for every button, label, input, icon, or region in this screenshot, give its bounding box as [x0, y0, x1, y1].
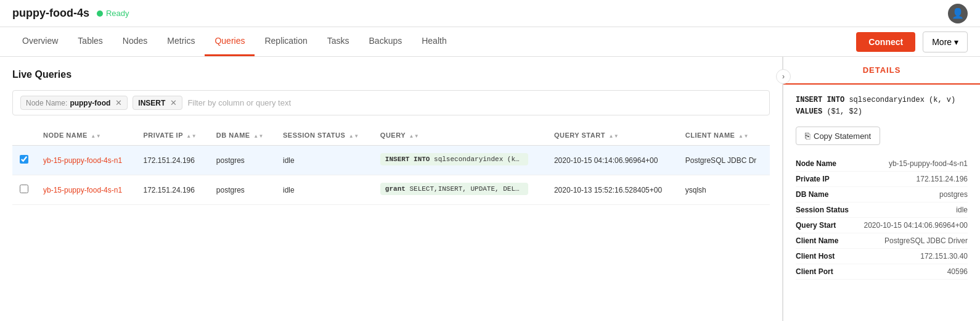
nav-bar: Overview Tables Nodes Metrics Queries Re…	[0, 27, 980, 57]
connect-button[interactable]: Connect	[856, 32, 915, 52]
detail-value: 40596	[864, 264, 968, 280]
detail-value: 172.151.24.196	[864, 172, 968, 187]
copy-icon: ⎘	[805, 131, 810, 141]
row-private-ip: 172.151.24.196	[136, 175, 209, 205]
col-db-name: DB NAME ▲▼	[209, 125, 276, 146]
detail-key: Query Start	[796, 218, 864, 233]
nav-items: Overview Tables Nodes Metrics Queries Re…	[12, 27, 856, 56]
col-query-start: QUERY START ▲▼	[547, 125, 678, 146]
nav-right: Connect More ▾	[856, 31, 968, 52]
detail-row: Client Name PostgreSQL JDBC Driver	[796, 233, 968, 249]
row-private-ip: 172.151.24.196	[136, 146, 209, 175]
row-node-name: yb-15-puppy-food-4s-n1	[36, 175, 136, 205]
details-label: DETAILS	[863, 65, 901, 75]
row-query-start: 2020-10-15 04:14:06.96964+00	[547, 146, 678, 175]
detail-key: Session Status	[796, 202, 864, 218]
detail-value: 172.151.30.40	[864, 249, 968, 264]
detail-key: Client Port	[796, 264, 864, 280]
col-checkbox	[12, 125, 36, 146]
nav-item-overview[interactable]: Overview	[12, 27, 68, 56]
detail-value: 2020-10-15 04:14:06.96964+00	[864, 218, 968, 233]
query-table: NODE NAME ▲▼ PRIVATE IP ▲▼ DB NAME ▲▼ SE…	[12, 125, 770, 205]
row-checkbox-cell	[12, 175, 36, 205]
detail-value: postgres	[864, 187, 968, 202]
panel-toggle-button[interactable]: ›	[776, 69, 791, 84]
nav-item-backups[interactable]: Backups	[359, 27, 412, 56]
row-query: grant SELECT,INSERT, UPDATE, DELETE...	[373, 175, 547, 205]
filter-placeholder[interactable]: Filter by column or query text	[187, 98, 291, 107]
row-db-name: postgres	[209, 146, 276, 175]
insert-tag-value: INSERT	[138, 99, 165, 107]
col-session-status: SESSION STATUS ▲▼	[276, 125, 373, 146]
nav-item-health[interactable]: Health	[412, 27, 456, 56]
query-code-cell: INSERT INTO sqlsecondaryindex (k, v...	[380, 153, 528, 165]
insert-filter-tag[interactable]: INSERT ✕	[133, 96, 182, 110]
status-text: Ready	[106, 9, 129, 18]
node-filter-tag[interactable]: Node Name: puppy-food ✕	[20, 96, 128, 110]
detail-key: Client Name	[796, 233, 864, 249]
detail-value: idle	[864, 202, 968, 218]
row-query: INSERT INTO sqlsecondaryindex (k, v...	[373, 146, 547, 175]
copy-label: Copy Statement	[814, 131, 871, 141]
detail-row: Query Start 2020-10-15 04:14:06.96964+00	[796, 218, 968, 233]
node-name-link[interactable]: yb-15-puppy-food-4s-n1	[43, 186, 122, 194]
row-checkbox[interactable]	[20, 155, 28, 164]
detail-value: PostgreSQL JDBC Driver	[864, 233, 968, 249]
row-session-status: idle	[276, 175, 373, 205]
details-panel-header: DETAILS	[783, 57, 980, 85]
row-checkbox-cell	[12, 146, 36, 175]
nav-item-tasks[interactable]: Tasks	[317, 27, 359, 56]
col-private-ip: PRIVATE IP ▲▼	[136, 125, 209, 146]
code-preview: INSERT INTO sqlsecondaryindex (k, v) VAL…	[796, 94, 968, 118]
user-avatar[interactable]: 👤	[948, 4, 968, 23]
detail-key: Private IP	[796, 172, 864, 187]
col-query: QUERY ▲▼	[373, 125, 547, 146]
detail-row: DB Name postgres	[796, 187, 968, 202]
nav-item-metrics[interactable]: Metrics	[157, 27, 205, 56]
details-panel-body: INSERT INTO sqlsecondaryindex (k, v) VAL…	[783, 85, 980, 321]
detail-value: yb-15-puppy-food-4s-n1	[864, 156, 968, 172]
detail-table: Node Name yb-15-puppy-food-4s-n1 Private…	[796, 156, 968, 280]
node-name-link[interactable]: yb-15-puppy-food-4s-n1	[43, 156, 122, 165]
more-button[interactable]: More ▾	[923, 31, 968, 52]
row-checkbox[interactable]	[20, 185, 28, 193]
node-tag-remove-icon[interactable]: ✕	[115, 98, 122, 107]
nav-item-tables[interactable]: Tables	[68, 27, 112, 56]
app-title: puppy-food-4s	[12, 7, 89, 20]
detail-row: Session Status idle	[796, 202, 968, 218]
col-client-name: CLIENT NAME ▲▼	[678, 125, 770, 146]
row-node-name: yb-15-puppy-food-4s-n1	[36, 146, 136, 175]
copy-statement-button[interactable]: ⎘ Copy Statement	[796, 127, 880, 145]
table-row[interactable]: yb-15-puppy-food-4s-n1 172.151.24.196 po…	[12, 146, 770, 175]
row-db-name: postgres	[209, 175, 276, 205]
query-code-cell: grant SELECT,INSERT, UPDATE, DELETE...	[380, 183, 528, 195]
detail-row: Node Name yb-15-puppy-food-4s-n1	[796, 156, 968, 172]
code-kw-insert: INSERT INTO	[796, 96, 844, 104]
left-panel: Live Queries Node Name: puppy-food ✕ INS…	[0, 57, 783, 321]
node-tag-label: Node Name:	[26, 99, 67, 107]
filter-bar: Node Name: puppy-food ✕ INSERT ✕ Filter …	[12, 90, 770, 115]
col-node-name: NODE NAME ▲▼	[36, 125, 136, 146]
nav-item-queries[interactable]: Queries	[205, 27, 255, 56]
detail-row: Client Host 172.151.30.40	[796, 249, 968, 264]
detail-key: DB Name	[796, 187, 864, 202]
main-layout: Live Queries Node Name: puppy-food ✕ INS…	[0, 57, 980, 321]
detail-row: Private IP 172.151.24.196	[796, 172, 968, 187]
section-title: Live Queries	[12, 69, 770, 80]
row-session-status: idle	[276, 146, 373, 175]
code-kw-values: VALUES	[796, 107, 822, 116]
row-client-name: PostgreSQL JDBC Dr	[678, 146, 770, 175]
row-query-start: 2020-10-13 15:52:16.528405+00	[547, 175, 678, 205]
insert-tag-remove-icon[interactable]: ✕	[170, 98, 177, 107]
nav-item-replication[interactable]: Replication	[255, 27, 317, 56]
node-tag-value: puppy-food	[70, 99, 110, 107]
detail-key: Client Host	[796, 249, 864, 264]
table-row[interactable]: yb-15-puppy-food-4s-n1 172.151.24.196 po…	[12, 175, 770, 205]
status-dot-icon	[97, 10, 103, 17]
right-panel: › DETAILS INSERT INTO sqlsecondaryindex …	[783, 57, 980, 321]
status-badge: Ready	[97, 9, 129, 18]
detail-key: Node Name	[796, 156, 864, 172]
detail-row: Client Port 40596	[796, 264, 968, 280]
nav-item-nodes[interactable]: Nodes	[113, 27, 157, 56]
top-header: puppy-food-4s Ready 👤	[0, 0, 980, 27]
